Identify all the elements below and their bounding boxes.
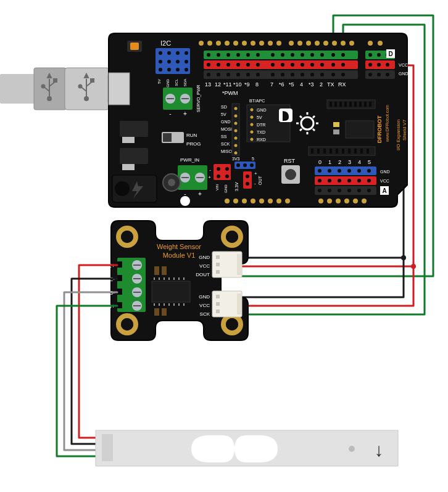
svg-point-80 bbox=[217, 73, 220, 76]
svg-line-139 bbox=[300, 116, 302, 118]
svg-point-0 bbox=[411, 264, 416, 269]
svg-point-98 bbox=[368, 53, 372, 57]
connector-2 bbox=[212, 291, 242, 317]
svg-rect-150 bbox=[359, 102, 362, 107]
wire-black-gnd2 bbox=[242, 258, 404, 297]
svg-rect-341 bbox=[102, 434, 113, 461]
svg-point-21 bbox=[185, 60, 188, 64]
svg-point-87 bbox=[291, 73, 294, 76]
svg-rect-327 bbox=[216, 263, 220, 266]
svg-point-272 bbox=[362, 199, 367, 203]
svg-rect-2 bbox=[0, 74, 37, 104]
svg-point-208 bbox=[243, 163, 247, 167]
svg-point-266 bbox=[285, 199, 290, 203]
svg-text:MOSI: MOSI bbox=[221, 127, 232, 131]
pwm-note: *PWM bbox=[222, 90, 238, 96]
svg-point-62 bbox=[320, 53, 324, 57]
svg-point-282 bbox=[121, 318, 133, 330]
svg-rect-320 bbox=[154, 266, 159, 275]
svg-rect-148 bbox=[349, 102, 352, 107]
svg-point-32 bbox=[216, 41, 221, 46]
svg-point-6 bbox=[42, 85, 45, 88]
svg-point-38 bbox=[268, 41, 273, 46]
svg-point-14 bbox=[159, 51, 162, 55]
digital-headers bbox=[204, 51, 358, 79]
svg-point-91 bbox=[331, 73, 335, 76]
svg-rect-328 bbox=[216, 270, 220, 274]
svg-text:TX: TX bbox=[327, 81, 334, 88]
wire-red-vcc2 bbox=[242, 266, 413, 306]
svg-text:GND: GND bbox=[199, 294, 210, 300]
svg-rect-230 bbox=[367, 149, 369, 154]
svg-point-259 bbox=[225, 199, 230, 203]
svg-text:5V: 5V bbox=[157, 79, 161, 83]
svg-point-270 bbox=[344, 199, 349, 203]
svg-text:5: 5 bbox=[368, 159, 371, 165]
svg-point-250 bbox=[357, 179, 361, 182]
svg-point-198 bbox=[217, 174, 220, 178]
svg-point-59 bbox=[291, 53, 294, 57]
svg-point-162 bbox=[234, 115, 238, 118]
svg-rect-145 bbox=[334, 102, 337, 107]
servo-pwr-label: SERVO_PWR bbox=[196, 84, 201, 112]
svg-rect-294 bbox=[117, 275, 122, 281]
svg-point-199 bbox=[225, 174, 229, 178]
svg-point-24 bbox=[176, 68, 180, 72]
svg-rect-275 bbox=[333, 129, 339, 134]
svg-point-94 bbox=[378, 41, 383, 46]
svg-point-101 bbox=[368, 63, 372, 67]
svg-rect-176 bbox=[122, 137, 135, 143]
svg-point-22 bbox=[159, 68, 162, 72]
digital-section-label: D bbox=[388, 51, 392, 57]
svg-point-105 bbox=[377, 73, 381, 76]
svg-point-264 bbox=[268, 199, 273, 203]
svg-point-212 bbox=[246, 174, 249, 178]
svg-point-33 bbox=[225, 41, 230, 46]
svg-point-46 bbox=[341, 41, 346, 46]
weight-sensor-module: Weight Sensor Module V1 E+ E- S- S+ bbox=[101, 221, 248, 340]
svg-point-267 bbox=[318, 199, 323, 203]
svg-text:RX: RX bbox=[338, 81, 346, 88]
svg-point-77 bbox=[331, 63, 335, 67]
force-arrow-icon: ↓ bbox=[375, 440, 384, 460]
svg-text:SDA: SDA bbox=[183, 79, 187, 86]
svg-point-194 bbox=[180, 196, 190, 206]
svg-point-25 bbox=[185, 68, 188, 72]
svg-text:RUN: RUN bbox=[186, 133, 197, 138]
svg-point-30 bbox=[199, 41, 204, 46]
svg-text:*5: *5 bbox=[289, 81, 294, 88]
svg-point-99 bbox=[377, 53, 381, 57]
svg-text:3V3: 3V3 bbox=[232, 157, 240, 161]
svg-text:SS: SS bbox=[221, 134, 227, 139]
svg-text:PROG: PROG bbox=[186, 141, 201, 147]
svg-point-243 bbox=[347, 169, 351, 173]
svg-rect-151 bbox=[364, 102, 367, 107]
svg-point-37 bbox=[259, 41, 264, 46]
svg-point-283 bbox=[226, 318, 238, 330]
usb-socket bbox=[109, 73, 130, 105]
module-title-1: Weight Sensor bbox=[157, 243, 201, 250]
svg-point-34 bbox=[233, 41, 238, 46]
barrel-jack bbox=[112, 175, 157, 202]
svg-point-193 bbox=[168, 179, 175, 186]
svg-rect-180 bbox=[163, 133, 172, 142]
svg-rect-336 bbox=[216, 310, 220, 313]
svg-rect-229 bbox=[360, 149, 363, 154]
svg-rect-224 bbox=[330, 149, 332, 154]
svg-rect-296 bbox=[117, 302, 122, 308]
load-cell: ↓ bbox=[96, 430, 398, 466]
svg-text:VIN: VIN bbox=[215, 184, 219, 191]
svg-point-260 bbox=[233, 199, 238, 203]
svg-rect-147 bbox=[344, 102, 347, 107]
svg-point-127 bbox=[251, 138, 254, 141]
svg-text:TXD: TXD bbox=[257, 130, 265, 134]
svg-rect-223 bbox=[323, 149, 326, 154]
svg-line-140 bbox=[313, 129, 315, 131]
svg-point-209 bbox=[250, 163, 254, 167]
svg-point-123 bbox=[251, 109, 254, 112]
svg-point-20 bbox=[176, 60, 180, 64]
svg-point-36 bbox=[251, 41, 255, 46]
svg-point-265 bbox=[276, 199, 281, 203]
svg-point-63 bbox=[331, 53, 335, 57]
svg-text:SCK: SCK bbox=[200, 311, 210, 317]
